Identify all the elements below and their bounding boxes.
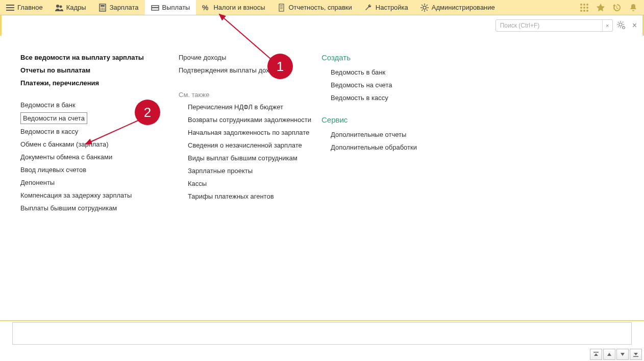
svg-rect-16	[279, 4, 284, 11]
menu-label: Настройка	[376, 4, 408, 11]
menu-label: Администрирование	[432, 4, 495, 11]
link-initial-salary-debt[interactable]: Начальная задолженность по зарплате	[179, 126, 321, 139]
create-list: Ведомость в банк Ведомость на счета Ведо…	[321, 66, 454, 104]
link-account-statements[interactable]: Ведомости на счета	[20, 112, 87, 124]
see-also-list: Перечисления НДФЛ в бюджет Возвраты сотр…	[179, 101, 321, 203]
service-list: Дополнительные отчеты Дополнительные обр…	[321, 128, 454, 154]
search-input[interactable]	[496, 22, 602, 29]
svg-point-9	[104, 8, 105, 9]
link-payment-confirmations[interactable]: Подтверждения выплаты дох	[179, 64, 321, 77]
scroll-up-button[interactable]	[603, 349, 615, 360]
svg-point-10	[101, 9, 102, 10]
link-other-income[interactable]: Прочие доходы	[179, 51, 321, 64]
svg-text:%: %	[202, 4, 209, 12]
scroll-down-button[interactable]	[616, 349, 629, 360]
link-create-cash-statement[interactable]: Ведомость в кассу	[321, 91, 454, 104]
column-left: Все ведомости на выплату зарплаты Отчеты…	[20, 51, 179, 306]
menu-icon	[6, 4, 14, 12]
svg-rect-14	[152, 7, 159, 8]
star-icon[interactable]	[596, 3, 605, 12]
link-former-payment-types[interactable]: Виды выплат бывшим сотрудникам	[179, 152, 321, 164]
svg-point-20	[423, 6, 426, 9]
link-employee-debt-returns[interactable]: Возвраты сотрудниками задолженности	[179, 113, 321, 126]
menu-nalogi[interactable]: % Налоги и взносы	[196, 0, 271, 15]
close-panel-button[interactable]: ×	[630, 21, 639, 30]
create-title: Создать	[321, 51, 454, 66]
svg-rect-0	[6, 5, 14, 6]
link-bank-exchange[interactable]: Обмен с банками (зарплата)	[20, 138, 179, 151]
search-box: ×	[496, 19, 613, 32]
scroll-bottom-button[interactable]	[630, 349, 642, 360]
menu-main[interactable]: Главное	[0, 0, 49, 15]
link-cashdesks[interactable]: Кассы	[179, 177, 321, 190]
bottom-panel	[12, 322, 632, 345]
link-ndfl-transfers[interactable]: Перечисления НДФЛ в бюджет	[179, 101, 321, 113]
people-icon	[55, 4, 63, 12]
svg-point-29	[586, 10, 588, 12]
menu-vyplaty[interactable]: Выплаты	[145, 0, 196, 15]
callout-2: 2	[135, 100, 160, 125]
search-clear-button[interactable]: ×	[602, 20, 612, 31]
link-delay-compensation[interactable]: Компенсация за задержку зарплаты	[20, 189, 179, 202]
bell-icon[interactable]	[629, 3, 638, 12]
bottom-nav-buttons	[590, 349, 642, 360]
menu-label: Зарплата	[110, 4, 139, 11]
sub-bar: × ×	[0, 15, 644, 36]
link-create-bank-statement[interactable]: Ведомость в банк	[321, 66, 454, 79]
svg-point-3	[56, 5, 59, 8]
wallet-icon	[151, 4, 159, 12]
svg-point-30	[619, 23, 622, 26]
service-title: Сервис	[321, 113, 454, 128]
svg-rect-1	[6, 7, 14, 8]
link-former-employee-payments[interactable]: Выплаты бывшим сотрудникам	[20, 202, 179, 214]
link-salary-projects[interactable]: Зарплатные проекты	[179, 164, 321, 177]
menu-otchetnost[interactable]: Отчетность, справки	[271, 0, 358, 15]
svg-point-12	[104, 9, 105, 10]
link-payment-reports[interactable]: Отчеты по выплатам	[20, 64, 179, 77]
svg-point-7	[101, 8, 102, 9]
menu-label: Главное	[17, 4, 43, 11]
menu-label: Отчетность, справки	[289, 4, 352, 11]
svg-point-27	[580, 10, 582, 12]
calculator-icon	[98, 4, 107, 12]
scroll-top-button[interactable]	[590, 349, 602, 360]
link-cash-statements[interactable]: Ведомости в кассу	[20, 125, 179, 138]
link-depositors[interactable]: Депоненты	[20, 176, 179, 189]
see-also-title: См. также	[179, 86, 321, 101]
link-uncredited-salary-info[interactable]: Сведения о незачисленной зарплате	[179, 139, 321, 152]
menu-label: Налоги и взносы	[213, 4, 265, 11]
link-payment-agent-tariffs[interactable]: Тарифы платежных агентов	[179, 190, 321, 203]
link-personal-accounts[interactable]: Ввод лицевых счетов	[20, 163, 179, 176]
wrench-icon	[364, 4, 373, 12]
svg-rect-2	[6, 10, 14, 11]
history-icon[interactable]	[612, 3, 622, 12]
gear-icon	[420, 4, 429, 12]
link-all-statements[interactable]: Все ведомости на выплату зарплаты	[20, 51, 179, 64]
svg-point-4	[59, 5, 62, 8]
link-payments-transfers[interactable]: Платежи, перечисления	[20, 77, 179, 89]
menu-kadry[interactable]: Кадры	[49, 0, 92, 15]
svg-point-22	[583, 4, 585, 6]
svg-point-8	[102, 8, 103, 9]
menu-nastroyka[interactable]: Настройка	[358, 0, 414, 15]
menu-label: Кадры	[66, 4, 86, 11]
svg-point-21	[580, 4, 582, 6]
menu-zarplata[interactable]: Зарплата	[92, 0, 145, 15]
svg-point-31	[622, 27, 625, 29]
divider	[0, 320, 644, 321]
topbar-right	[574, 0, 644, 15]
column-middle: Прочие доходы Подтверждения выплаты дох …	[179, 51, 321, 306]
link-create-account-statement[interactable]: Ведомость на счета	[321, 79, 454, 91]
link-extra-processings[interactable]: Дополнительные обработки	[321, 141, 454, 154]
link-bank-exchange-docs[interactable]: Документы обмена с банками	[20, 151, 179, 163]
link-extra-reports[interactable]: Дополнительные отчеты	[321, 128, 454, 141]
svg-rect-6	[101, 5, 105, 7]
callout-1: 1	[267, 54, 293, 79]
menu-admin[interactable]: Администрирование	[414, 0, 501, 15]
svg-point-24	[580, 7, 582, 9]
panel-settings-icon[interactable]	[617, 21, 626, 30]
svg-point-23	[586, 4, 588, 6]
content-area: Все ведомости на выплату зарплаты Отчеты…	[0, 36, 644, 321]
apps-icon[interactable]	[580, 3, 589, 12]
svg-rect-35	[633, 356, 638, 357]
